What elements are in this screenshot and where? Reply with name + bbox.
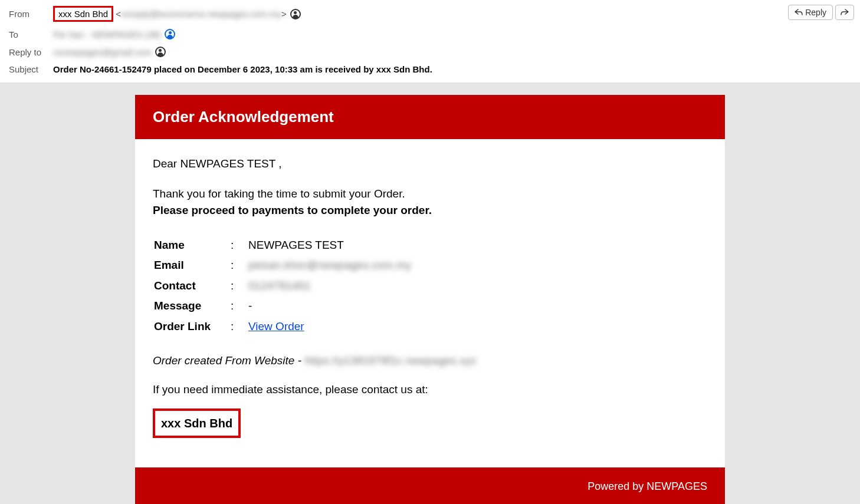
info-row-contact: Contact : 0124781461 <box>154 278 707 295</box>
card-footer: Powered by NEWPAGES <box>135 467 725 504</box>
from-name-highlighted: xxx Sdn Bhd <box>53 6 113 22</box>
subject-label: Subject <box>9 64 53 74</box>
replyto-row: Reply to csnewpages@gmail.com <box>9 47 851 57</box>
card-title: Order Acknowledgement <box>135 95 725 139</box>
reply-buttons-group: Reply <box>788 5 854 20</box>
website-prefix: Order created From Website - <box>153 354 304 367</box>
contact-icon[interactable] <box>165 29 175 39</box>
from-email-blurred: noreply@ecommerce.newpages.com.my <box>121 9 281 19</box>
value-name: NEWPAGES TEST <box>248 237 707 254</box>
reply-button-label: Reply <box>805 8 826 17</box>
info-row-message: Message : - <box>154 298 707 315</box>
reply-arrow-icon <box>795 8 803 17</box>
label-contact: Contact <box>154 278 231 295</box>
replyto-value-blurred: csnewpages@gmail.com <box>53 47 152 57</box>
label-orderlink: Order Link <box>154 318 231 335</box>
card-body: Dear NEWPAGES TEST , Thank you for takin… <box>135 139 725 467</box>
assistance-text: If you need immediate assistance, please… <box>153 381 707 398</box>
from-label: From <box>9 9 53 19</box>
value-message: - <box>248 298 707 315</box>
from-row: From xxx Sdn Bhd < noreply@ecommerce.new… <box>9 6 851 22</box>
contact-icon[interactable] <box>290 9 301 19</box>
label-name: Name <box>154 237 231 254</box>
email-body-area: Order Acknowledgement Dear NEWPAGES TEST… <box>0 83 860 504</box>
email-header-panel: Reply From xxx Sdn Bhd < noreply@ecommer… <box>0 0 860 83</box>
info-row-email: Email : peisan.khor@newpages.com.my <box>154 257 707 274</box>
website-url-blurred: https://y1381978f1c.newpages.xyz <box>304 354 477 367</box>
to-value-blurred: Pei San - NEWPAGES (JB) <box>53 29 161 39</box>
value-contact-blurred: 0124781461 <box>248 278 707 295</box>
forward-button[interactable] <box>835 5 854 20</box>
value-email-blurred: peisan.khor@newpages.com.my <box>248 257 707 274</box>
email-card: Order Acknowledgement Dear NEWPAGES TEST… <box>135 95 725 504</box>
from-bracket-close: > <box>281 9 287 19</box>
forward-arrow-icon <box>841 8 849 17</box>
to-row: To Pei San - NEWPAGES (JB) <box>9 29 851 39</box>
label-message: Message <box>154 298 231 315</box>
view-order-link[interactable]: View Order <box>248 320 304 332</box>
intro-block: Thank you for taking the time to submit … <box>153 186 707 219</box>
greeting-text: Dear NEWPAGES TEST , <box>153 156 707 173</box>
colon: : <box>231 257 248 274</box>
colon: : <box>231 318 248 335</box>
company-highlighted: xxx Sdn Bhd <box>153 409 241 438</box>
website-line: Order created From Website - https://y13… <box>153 353 707 370</box>
contact-icon[interactable] <box>155 47 166 57</box>
from-bracket-open: < <box>116 9 121 19</box>
colon: : <box>231 298 248 315</box>
info-table: Name : NEWPAGES TEST Email : peisan.khor… <box>154 237 707 335</box>
label-email: Email <box>154 257 231 274</box>
subject-row: Subject Order No-24661-152479 placed on … <box>9 64 851 74</box>
info-row-name: Name : NEWPAGES TEST <box>154 237 707 254</box>
to-label: To <box>9 29 53 39</box>
colon: : <box>231 237 248 254</box>
subject-value: Order No-24661-152479 placed on December… <box>53 64 432 74</box>
replyto-label: Reply to <box>9 47 53 57</box>
info-row-orderlink: Order Link : View Order <box>154 318 707 335</box>
reply-button[interactable]: Reply <box>788 5 833 20</box>
colon: : <box>231 278 248 295</box>
intro-line2: Please proceed to payments to complete y… <box>153 202 707 219</box>
intro-line1: Thank you for taking the time to submit … <box>153 186 707 203</box>
